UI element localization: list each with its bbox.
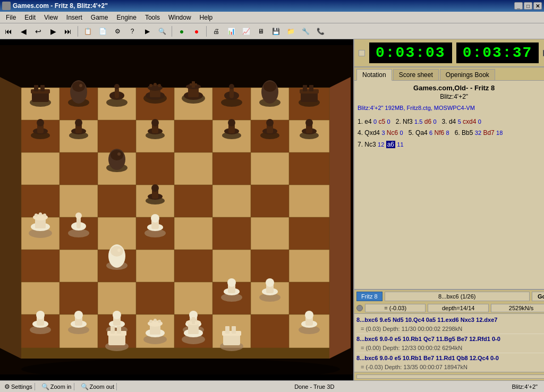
svg-rect-58: [174, 282, 212, 314]
svg-marker-2: [0, 348, 351, 359]
start-button[interactable]: ⏮: [2, 25, 15, 38]
move-5-black-time: 8: [446, 130, 449, 136]
svg-rect-51: [212, 250, 251, 282]
tab-score-sheet[interactable]: Score sheet: [393, 69, 439, 80]
menu-help[interactable]: Help: [196, 12, 217, 23]
extra6-button[interactable]: 📁: [284, 25, 297, 38]
extra7-button[interactable]: 🔧: [299, 25, 312, 38]
extra8-button[interactable]: 📞: [314, 25, 327, 38]
copy-button[interactable]: 📋: [81, 25, 94, 38]
menu-game[interactable]: Game: [87, 12, 112, 23]
svg-rect-50: [174, 250, 212, 282]
svg-rect-49: [136, 250, 174, 282]
minimize-button[interactable]: _: [514, 2, 523, 10]
analyze-button[interactable]: ⚙: [111, 25, 124, 38]
menu-window[interactable]: Window: [165, 12, 195, 23]
move-6-black[interactable]: Bd7: [483, 129, 494, 137]
board-area[interactable]: [0, 39, 353, 380]
toolbar-sep-1: [78, 26, 78, 37]
svg-marker-4: [329, 77, 351, 359]
svg-rect-186: [117, 326, 121, 334]
engine-name-button[interactable]: Fritz 8: [356, 292, 382, 301]
engine-line-3: 8...bxc6 9.0-0 e5 10.Rb1 Be7 11.Rd1 Qb8 …: [356, 353, 544, 372]
move-7-black[interactable]: a6: [386, 141, 395, 148]
move-4-white[interactable]: Qxd4: [364, 129, 380, 137]
hscroll-track[interactable]: [356, 374, 544, 379]
menu-engine[interactable]: Engine: [113, 12, 140, 23]
search-button[interactable]: 🔍: [156, 25, 168, 38]
svg-point-169: [151, 214, 159, 223]
move-5-white[interactable]: Qa4: [415, 129, 428, 137]
move-3-white-time: 5: [458, 118, 461, 125]
move-2-white[interactable]: Nf3: [403, 118, 413, 125]
go-button[interactable]: Go: [532, 292, 544, 301]
play-button[interactable]: ▶: [141, 25, 154, 38]
move-1-black[interactable]: c5: [379, 118, 386, 125]
red-button[interactable]: ●: [190, 25, 203, 38]
move-5-black[interactable]: Nf6: [435, 129, 445, 137]
close-button[interactable]: ✕: [533, 2, 542, 10]
notation-area[interactable]: Games.com,Old- - Fritz 8 Blitz:4'+2" Bli…: [354, 81, 544, 289]
move-6-white[interactable]: Bb5: [462, 129, 473, 137]
move-2-black[interactable]: d6: [424, 118, 431, 125]
notation-subtitle: Blitz:4'+2": [358, 93, 544, 100]
tab-notation[interactable]: Notation: [356, 69, 392, 81]
move-4-black[interactable]: Nc6: [387, 129, 398, 137]
menu-edit[interactable]: Edit: [21, 12, 39, 23]
move-3-white[interactable]: d4: [449, 118, 456, 125]
move-2-white-time: 1.5: [414, 118, 422, 125]
move-6-num: 6.: [455, 129, 460, 137]
prev-button[interactable]: ◀: [17, 25, 30, 38]
maximize-button[interactable]: □: [524, 2, 532, 10]
extra3-button[interactable]: 📈: [240, 25, 252, 38]
end-button[interactable]: ⏭: [62, 25, 74, 38]
next-button[interactable]: ▶: [47, 25, 60, 38]
move-3-black[interactable]: cxd4: [463, 118, 476, 125]
svg-point-152: [110, 150, 123, 160]
status-zoom-out[interactable]: 🔍 Zoom out: [79, 383, 117, 390]
move-7-white-time: 12: [378, 141, 384, 148]
move-2-num: 2.: [396, 118, 401, 125]
svg-rect-91: [34, 85, 38, 91]
svg-point-137: [151, 119, 159, 126]
svg-point-95: [72, 81, 85, 92]
green-button[interactable]: ●: [175, 25, 188, 38]
move-7-white[interactable]: Nc3: [364, 141, 376, 148]
menu-file[interactable]: File: [2, 12, 20, 23]
svg-rect-199: [190, 319, 197, 321]
paste-button[interactable]: 📄: [96, 25, 109, 38]
engine-line-1-sub: = (0.03) Depth: 11/30 00:00:02 2298kN: [361, 325, 544, 334]
svg-point-208: [75, 212, 82, 219]
svg-point-193: [158, 320, 161, 323]
move-1-white[interactable]: e4: [364, 118, 371, 125]
engine-line-2: 8...bxc6 9.0-0 e5 10.Rb1 Qc7 11.Bg5 Be7 …: [356, 334, 544, 353]
titlebar: Games.com - Fritz 8, Blitz:4'+2" _ □ ✕: [0, 0, 544, 12]
titlebar-title: Games.com - Fritz 8, Blitz:4'+2": [2, 2, 108, 10]
status-zoom-in[interactable]: 🔍 Zoom in: [39, 383, 74, 390]
engine-line-3-main: 8...bxc6 9.0-0 e5 10.Rb1 Be7 11.Rd1 Qb8 …: [356, 354, 544, 363]
flip-button[interactable]: ↩: [32, 25, 45, 38]
engine-lines[interactable]: 8...bxc6 9.e5 Nd5 10.Qc4 0a5 11.exd6 Nxc…: [354, 313, 544, 372]
extra1-button[interactable]: 🖨: [210, 25, 223, 38]
engine-hscroll[interactable]: [354, 372, 544, 380]
svg-rect-35: [212, 185, 251, 217]
svg-rect-68: [251, 314, 289, 348]
svg-rect-61: [289, 282, 329, 314]
extra4-button[interactable]: 🖥: [254, 25, 267, 38]
app-icon: [2, 2, 11, 10]
svg-point-149: [305, 119, 313, 126]
clock-indicator-left: [359, 50, 365, 56]
status-mode: Done - True 3D: [121, 384, 508, 390]
svg-rect-46: [21, 250, 60, 282]
svg-rect-27: [212, 152, 251, 185]
menu-view[interactable]: View: [40, 12, 62, 23]
engine-move-button[interactable]: 8...bxc6 (1/26): [385, 292, 530, 301]
chess-board[interactable]: [0, 39, 353, 380]
menu-tools[interactable]: Tools: [141, 12, 164, 23]
extra2-button[interactable]: 📊: [225, 25, 237, 38]
hint-button[interactable]: ?: [126, 25, 139, 38]
tab-openings-book[interactable]: Openings Book: [440, 69, 495, 80]
status-settings[interactable]: ⚙ Settings: [2, 383, 35, 390]
extra5-button[interactable]: 💾: [269, 25, 282, 38]
menu-insert[interactable]: Insert: [63, 12, 86, 23]
